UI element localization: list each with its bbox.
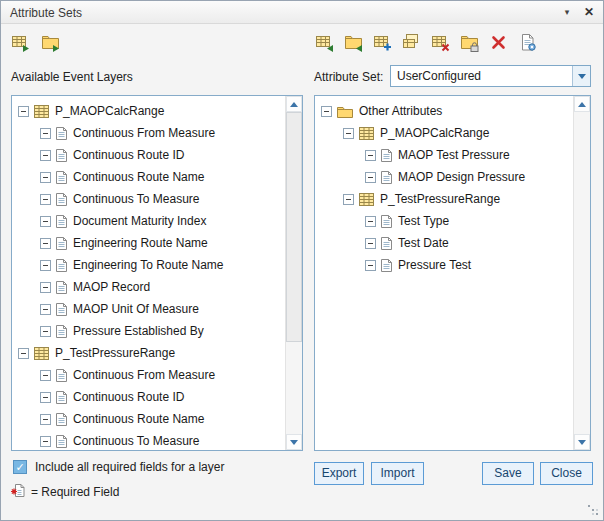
attribute-set-label: Attribute Set: xyxy=(314,70,383,84)
collapse-toggle[interactable] xyxy=(40,150,51,161)
tree-item-maop-record[interactable]: MAOP Record xyxy=(12,276,285,298)
tree-item-p-maopcalcrange[interactable]: P_MAOPCalcRange xyxy=(315,122,573,144)
collapse-toggle[interactable] xyxy=(40,326,51,337)
tree-item-continuous-route-id[interactable]: Continuous Route ID xyxy=(12,386,285,408)
collapse-toggle[interactable] xyxy=(40,194,51,205)
collapse-toggle[interactable] xyxy=(40,172,51,183)
collapse-toggle[interactable] xyxy=(40,304,51,315)
tree-item-continuous-to-measure[interactable]: Continuous To Measure xyxy=(12,188,285,210)
page-icon xyxy=(381,215,392,228)
tree-item-maop-design-pressure[interactable]: MAOP Design Pressure xyxy=(315,166,573,188)
collapse-toggle[interactable] xyxy=(365,172,376,183)
tree-item-other-attributes[interactable]: Other Attributes xyxy=(315,100,573,122)
collapse-toggle[interactable] xyxy=(40,216,51,227)
delete-set-icon[interactable] xyxy=(430,32,450,52)
tree-item-continuous-route-name[interactable]: Continuous Route Name xyxy=(12,166,285,188)
save-button[interactable]: Save xyxy=(482,462,534,485)
collapse-toggle[interactable] xyxy=(365,150,376,161)
tree-item-test-date[interactable]: Test Date xyxy=(315,232,573,254)
required-field-label: = Required Field xyxy=(31,485,119,499)
collapse-toggle[interactable] xyxy=(18,106,29,117)
attribute-sets-dialog: Attribute Sets ▾ ✕ Available Event Layer… xyxy=(0,0,604,521)
page-icon xyxy=(56,259,67,272)
tree-item-document-maturity-index[interactable]: Document Maturity Index xyxy=(12,210,285,232)
tree-item-label: P_MAOPCalcRange xyxy=(55,104,164,118)
import-button[interactable]: Import xyxy=(371,462,424,485)
tree-item-engineering-route-name[interactable]: Engineering Route Name xyxy=(12,232,285,254)
page-icon xyxy=(56,215,67,228)
tree-item-maop-unit-of-measure[interactable]: MAOP Unit Of Measure xyxy=(12,298,285,320)
collapse-toggle[interactable] xyxy=(40,370,51,381)
collapse-toggle[interactable] xyxy=(365,238,376,249)
available-layers-tree: P_MAOPCalcRangeContinuous From MeasureCo… xyxy=(12,96,285,450)
tree-item-p-maopcalcrange[interactable]: P_MAOPCalcRange xyxy=(12,100,285,122)
tree-item-continuous-to-measure[interactable]: Continuous To Measure xyxy=(12,430,285,450)
collapse-toggle[interactable] xyxy=(40,128,51,139)
page-icon xyxy=(56,325,67,338)
tree-item-p-testpressurerange[interactable]: P_TestPressureRange xyxy=(315,188,573,210)
collapse-toggle[interactable] xyxy=(321,106,332,117)
window-menu-icon[interactable]: ▾ xyxy=(557,1,577,24)
chevron-down-icon[interactable] xyxy=(572,66,590,86)
delete-icon[interactable] xyxy=(488,32,508,52)
tree-item-label: P_TestPressureRange xyxy=(55,346,175,360)
window-title: Attribute Sets xyxy=(10,6,82,20)
scroll-down-icon[interactable] xyxy=(286,434,302,450)
scroll-up-icon[interactable] xyxy=(286,96,302,112)
remove-all-icon[interactable] xyxy=(343,32,363,52)
tree-item-test-type[interactable]: Test Type xyxy=(315,210,573,232)
tree-item-label: Pressure Established By xyxy=(73,324,204,338)
resize-grip[interactable] xyxy=(588,505,590,507)
new-set-icon[interactable] xyxy=(372,32,392,52)
required-field-icon xyxy=(10,483,26,501)
collapse-toggle[interactable] xyxy=(18,348,29,359)
tree-item-label: MAOP Unit Of Measure xyxy=(73,302,199,316)
include-required-checkbox[interactable]: ✓ xyxy=(13,460,27,474)
tree-item-p-testpressurerange[interactable]: P_TestPressureRange xyxy=(12,342,285,364)
page-icon xyxy=(56,193,67,206)
titlebar: Attribute Sets ▾ ✕ xyxy=(1,1,603,24)
collapse-toggle[interactable] xyxy=(343,128,354,139)
collapse-toggle[interactable] xyxy=(365,216,376,227)
tree-item-engineering-to-route-name[interactable]: Engineering To Route Name xyxy=(12,254,285,276)
collapse-toggle[interactable] xyxy=(40,414,51,425)
table-icon xyxy=(359,127,374,140)
attribute-set-combobox[interactable]: UserConfigured xyxy=(390,65,591,87)
export-button[interactable]: Export xyxy=(314,462,364,485)
remove-from-set-icon[interactable] xyxy=(314,32,334,52)
collapse-toggle[interactable] xyxy=(40,392,51,403)
set-properties-icon[interactable] xyxy=(517,32,537,52)
tree-item-continuous-route-name[interactable]: Continuous Route Name xyxy=(12,408,285,430)
close-button[interactable]: Close xyxy=(540,462,593,485)
collapse-toggle[interactable] xyxy=(40,436,51,447)
close-icon[interactable]: ✕ xyxy=(579,1,599,24)
page-icon xyxy=(56,369,67,382)
tree-item-continuous-from-measure[interactable]: Continuous From Measure xyxy=(12,122,285,144)
collapse-toggle[interactable] xyxy=(365,260,376,271)
tree-item-continuous-route-id[interactable]: Continuous Route ID xyxy=(12,144,285,166)
page-icon xyxy=(381,237,392,250)
collapse-toggle[interactable] xyxy=(40,282,51,293)
copy-set-icon[interactable] xyxy=(401,32,421,52)
scrollbar-thumb[interactable] xyxy=(286,112,302,342)
collapse-toggle[interactable] xyxy=(40,238,51,249)
tree-item-continuous-from-measure[interactable]: Continuous From Measure xyxy=(12,364,285,386)
page-icon xyxy=(56,303,67,316)
right-scrollbar[interactable] xyxy=(573,96,590,450)
tree-item-pressure-test[interactable]: Pressure Test xyxy=(315,254,573,276)
add-all-layers-icon[interactable] xyxy=(40,32,60,52)
tree-item-label: Test Date xyxy=(398,236,449,250)
scroll-up-icon[interactable] xyxy=(574,96,590,112)
add-layer-icon[interactable] xyxy=(10,32,30,52)
tree-item-maop-test-pressure[interactable]: MAOP Test Pressure xyxy=(315,144,573,166)
tree-item-label: P_MAOPCalcRange xyxy=(380,126,489,140)
tree-item-pressure-established-by[interactable]: Pressure Established By xyxy=(12,320,285,342)
collapse-toggle[interactable] xyxy=(40,260,51,271)
collapse-toggle[interactable] xyxy=(343,194,354,205)
include-required-row: ✓ Include all required fields for a laye… xyxy=(13,460,224,474)
scroll-down-icon[interactable] xyxy=(574,434,590,450)
tree-item-label: Continuous Route ID xyxy=(73,390,184,404)
save-set-icon[interactable] xyxy=(459,32,479,52)
left-scrollbar[interactable] xyxy=(285,96,302,450)
available-layers-panel: P_MAOPCalcRangeContinuous From MeasureCo… xyxy=(11,95,303,451)
